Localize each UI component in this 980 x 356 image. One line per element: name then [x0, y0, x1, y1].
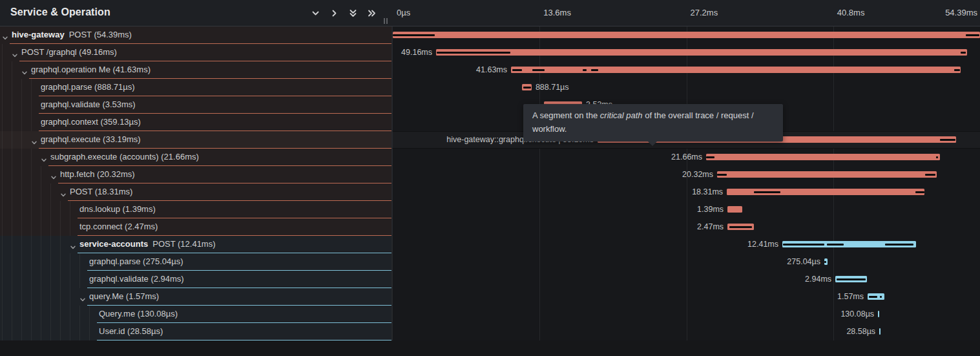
span-bar[interactable]	[878, 311, 879, 317]
indent-guide	[41, 201, 41, 218]
critical-path-segment[interactable]	[783, 244, 824, 246]
span-row-dns.lookup[interactable]: dns.lookup (1.39ms)	[0, 201, 393, 218]
span-bar[interactable]	[717, 171, 937, 178]
indent-guide	[21, 236, 22, 253]
critical-path-segment[interactable]	[869, 296, 877, 298]
span-row-POST[interactable]: POST (18.31ms)	[0, 183, 393, 201]
span-bar-row[interactable]: 18.31ms	[393, 183, 980, 201]
span-bar[interactable]	[727, 206, 742, 213]
span-bar[interactable]	[436, 49, 967, 56]
critical-path-segment[interactable]	[837, 278, 866, 280]
critical-path-segment[interactable]	[437, 52, 510, 54]
indent-guide	[60, 306, 61, 323]
chevron-down-icon[interactable]	[31, 137, 37, 143]
indent-guide	[2, 323, 3, 340]
span-bar[interactable]	[879, 328, 881, 335]
critical-path-segment[interactable]	[532, 69, 545, 71]
critical-path-segment[interactable]	[591, 69, 598, 71]
panel-divider[interactable]	[391, 0, 393, 340]
span-row-graphql.operation[interactable]: graphql.operation Me (41.63ms)	[0, 61, 393, 79]
critical-path-segment[interactable]	[706, 156, 714, 158]
chevron-down-icon[interactable]	[21, 67, 28, 74]
span-name-label: POST (18.31ms)	[70, 183, 132, 200]
chevron-down-icon[interactable]	[12, 50, 18, 56]
span-bar-row[interactable]: 12.41ms	[393, 236, 980, 253]
span-row-graphql.parse[interactable]: graphql.parse (888.71µs)	[0, 79, 393, 96]
indent-guide	[41, 183, 41, 201]
span-bar[interactable]	[393, 32, 980, 38]
critical-path-segment[interactable]	[915, 191, 924, 193]
chevron-right-icon[interactable]	[329, 8, 339, 18]
span-bar[interactable]	[511, 67, 961, 73]
span-row-subgraph.execute[interactable]: subgraph.execute (accounts) (21.66ms)	[0, 149, 393, 166]
critical-path-segment[interactable]	[393, 34, 435, 36]
indent-guide	[12, 131, 12, 149]
span-bar-row[interactable]	[393, 26, 980, 44]
span-duration-label: 28.58µs	[846, 323, 875, 340]
critical-path-segment[interactable]	[827, 244, 844, 246]
critical-path-segment[interactable]	[966, 34, 979, 36]
span-row-hive-gateway[interactable]: hive-gatewayPOST (54.39ms)	[0, 26, 393, 44]
chevron-down-icon[interactable]	[50, 172, 57, 178]
double-chevron-right-icon[interactable]	[367, 8, 377, 18]
indent-guide	[21, 79, 22, 96]
chevron-down-icon[interactable]	[311, 8, 320, 18]
chevron-down-icon[interactable]	[41, 154, 47, 161]
span-bar-row[interactable]: 888.71µs	[393, 79, 980, 96]
span-list-header: Service & Operation	[0, 0, 393, 26]
span-row-tcp.connect[interactable]: tcp.connect (2.47ms)	[0, 218, 393, 236]
span-row-service-accounts[interactable]: service-accountsPOST (12.41ms)	[0, 236, 393, 253]
indent-guide	[50, 236, 51, 253]
critical-path-segment[interactable]	[824, 261, 826, 263]
critical-path-segment[interactable]	[583, 69, 587, 71]
span-name-label: graphql.execute (33.19ms)	[41, 131, 141, 148]
span-duration-label: 130.08µs	[840, 306, 874, 323]
span-name-label: graphql.validate (2.94ms)	[89, 271, 184, 288]
span-row-graphql.validate[interactable]: graphql.validate (3.53ms)	[0, 96, 393, 114]
critical-path-segment[interactable]	[925, 174, 935, 176]
span-bar-row[interactable]: 2.47ms	[393, 218, 980, 236]
span-bar-row[interactable]: 1.57ms	[393, 288, 980, 306]
span-bar-row[interactable]: 41.63ms	[393, 61, 980, 79]
span-bar-row[interactable]: 49.16ms	[393, 44, 980, 61]
span-row-graphql.validate[interactable]: graphql.validate (2.94ms)	[0, 271, 393, 288]
indent-guide	[41, 218, 41, 236]
indent-guide	[31, 218, 32, 236]
chevron-down-icon[interactable]	[2, 32, 8, 39]
span-row-User.id[interactable]: User.id (28.58µs)	[0, 323, 393, 340]
critical-path-segment[interactable]	[754, 191, 780, 193]
critical-path-segment[interactable]	[717, 174, 727, 176]
span-row-query.Me[interactable]: query.Me (1.57ms)	[0, 288, 393, 306]
critical-path-segment[interactable]	[885, 244, 913, 246]
critical-path-segment[interactable]	[936, 156, 938, 158]
critical-path-segment[interactable]	[512, 69, 522, 71]
span-bar-row[interactable]: 21.66ms	[393, 149, 980, 166]
span-bar-row[interactable]: 130.08µs	[393, 306, 980, 323]
critical-path-segment[interactable]	[523, 87, 530, 89]
span-row-http.fetch[interactable]: http.fetch (20.32ms)	[0, 166, 393, 183]
span-row-graphql.context[interactable]: graphql.context (359.13µs)	[0, 114, 393, 131]
span-name-label: POST /graphql (49.16ms)	[21, 44, 117, 61]
span-row-graphql.execute[interactable]: graphql.execute (33.19ms)	[0, 131, 393, 149]
indent-guide	[50, 306, 51, 323]
span-row-POST[interactable]: POST /graphql (49.16ms)	[0, 44, 393, 61]
critical-path-segment[interactable]	[954, 69, 960, 71]
chevron-down-icon[interactable]	[60, 189, 67, 196]
span-bar[interactable]	[706, 154, 940, 160]
span-bar-row[interactable]: 1.39ms	[393, 201, 980, 218]
span-row-Query.me[interactable]: Query.me (130.08µs)	[0, 306, 393, 323]
span-row-graphql.parse[interactable]: graphql.parse (275.04µs)	[0, 253, 393, 271]
double-chevron-down-icon[interactable]	[348, 8, 358, 18]
critical-path-segment[interactable]	[940, 139, 955, 141]
chevron-down-icon[interactable]	[79, 294, 86, 300]
span-bar-row[interactable]: 2.94ms	[393, 271, 980, 288]
critical-path-segment[interactable]	[729, 226, 752, 228]
span-bar-row[interactable]: 275.04µs	[393, 253, 980, 271]
chevron-down-icon[interactable]	[70, 242, 76, 248]
span-bar-row[interactable]: 28.58µs	[393, 323, 980, 340]
critical-path-segment[interactable]	[961, 52, 966, 54]
column-resizer-handle[interactable]	[384, 18, 388, 24]
span-bar-row[interactable]: 20.32ms	[393, 166, 980, 183]
indent-guide	[70, 306, 70, 323]
indent-guide	[79, 271, 80, 288]
